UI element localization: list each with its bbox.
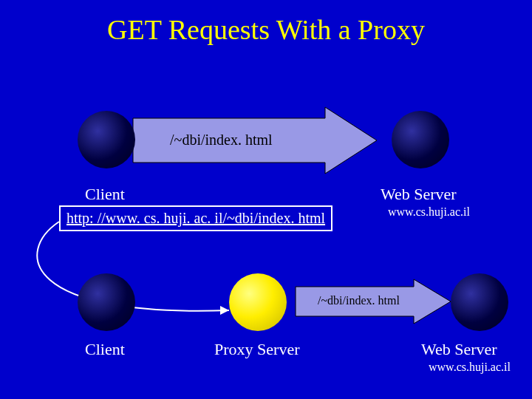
client-label-bottom: Client bbox=[85, 340, 125, 359]
slide: GET Requests With a Proxy /~dbi/index. h… bbox=[0, 0, 532, 399]
server-label-top: Web Server bbox=[381, 185, 457, 204]
client-node-bottom bbox=[78, 273, 135, 331]
server-host-bottom: www.cs.huji.ac.il bbox=[429, 361, 511, 374]
server-node-bottom bbox=[451, 273, 508, 331]
url-box: http: //www. cs. huji. ac. il/~dbi/index… bbox=[59, 205, 332, 231]
server-node-top bbox=[392, 111, 449, 168]
server-label-bottom: Web Server bbox=[421, 340, 497, 359]
slide-title: GET Requests With a Proxy bbox=[0, 13, 532, 46]
arrow-text-top: /~dbi/index. html bbox=[170, 132, 273, 149]
arrow-text-bottom: /~dbi/index. html bbox=[318, 294, 400, 307]
proxy-label: Proxy Server bbox=[214, 340, 299, 359]
proxy-node bbox=[229, 273, 287, 331]
server-host-top: www.cs.huji.ac.il bbox=[388, 205, 470, 219]
client-node-top bbox=[78, 111, 135, 168]
client-label-top: Client bbox=[85, 185, 125, 204]
curve-arrowhead bbox=[220, 306, 229, 315]
